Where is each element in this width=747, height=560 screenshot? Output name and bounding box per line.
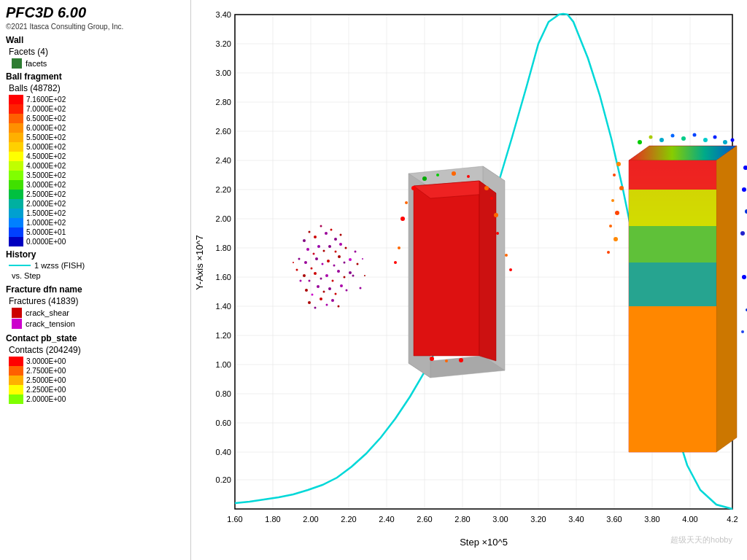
svg-point-157 bbox=[743, 166, 747, 170]
svg-point-172 bbox=[741, 330, 744, 333]
svg-point-134 bbox=[467, 175, 470, 178]
svg-point-96 bbox=[332, 280, 334, 282]
crack-tension-row: crack_tension bbox=[12, 319, 185, 329]
svg-point-132 bbox=[436, 174, 439, 176]
svg-marker-130 bbox=[479, 181, 496, 361]
vs-step-label: vs. Step bbox=[12, 271, 185, 280]
svg-point-88 bbox=[338, 255, 341, 258]
svg-point-114 bbox=[298, 258, 301, 260]
svg-text:3.60: 3.60 bbox=[606, 515, 622, 524]
history-line: 1 wzss (FISH) bbox=[9, 261, 185, 270]
crack-shear-row: crack_shear bbox=[12, 308, 185, 318]
svg-text:1.40: 1.40 bbox=[216, 302, 231, 311]
svg-text:0.20: 0.20 bbox=[216, 475, 231, 484]
svg-text:1.20: 1.20 bbox=[216, 331, 231, 340]
svg-point-145 bbox=[394, 261, 397, 264]
x-axis-label: Step ×10^5 bbox=[460, 537, 508, 548]
svg-point-141 bbox=[400, 217, 405, 221]
svg-point-137 bbox=[494, 213, 498, 217]
svg-point-82 bbox=[304, 261, 307, 264]
svg-point-186 bbox=[649, 136, 653, 139]
svg-point-66 bbox=[303, 239, 306, 242]
svg-text:2.20: 2.20 bbox=[341, 515, 356, 524]
svg-point-70 bbox=[325, 232, 328, 235]
svg-point-91 bbox=[303, 274, 306, 277]
history-header: History bbox=[6, 249, 185, 260]
history-line-icon bbox=[9, 262, 31, 269]
svg-text:2.00: 2.00 bbox=[303, 515, 318, 524]
svg-text:2.80: 2.80 bbox=[216, 98, 231, 106]
svg-point-94 bbox=[320, 278, 322, 280]
svg-point-188 bbox=[671, 134, 675, 138]
svg-point-69 bbox=[320, 225, 322, 228]
svg-marker-153 bbox=[629, 190, 716, 226]
svg-point-77 bbox=[323, 250, 325, 252]
svg-text:3.80: 3.80 bbox=[644, 515, 659, 524]
svg-point-107 bbox=[346, 289, 348, 292]
svg-point-71 bbox=[330, 229, 333, 231]
svg-point-110 bbox=[320, 298, 322, 300]
svg-point-197 bbox=[619, 186, 624, 190]
svg-point-167 bbox=[742, 275, 746, 279]
contact-color-scale: 3.0000E+002.7500E+002.5000E+002.2500E+00… bbox=[9, 357, 185, 404]
svg-marker-156 bbox=[629, 306, 716, 452]
svg-point-93 bbox=[314, 272, 317, 275]
fractures-subheader: Fractures (41839) bbox=[9, 296, 185, 306]
svg-point-196 bbox=[613, 174, 616, 176]
svg-point-76 bbox=[317, 245, 320, 248]
svg-point-112 bbox=[331, 299, 334, 302]
svg-text:4.2: 4.2 bbox=[727, 515, 738, 524]
svg-point-98 bbox=[344, 276, 346, 279]
svg-point-119 bbox=[352, 275, 355, 277]
svg-point-97 bbox=[337, 270, 340, 273]
svg-point-109 bbox=[314, 307, 317, 309]
balls-header: Balls (48782) bbox=[9, 83, 185, 93]
app-title: PFC3D 6.00 bbox=[6, 4, 185, 21]
svg-text:1.80: 1.80 bbox=[216, 244, 231, 252]
svg-point-199 bbox=[615, 211, 619, 215]
svg-point-116 bbox=[300, 280, 302, 282]
color-bar-labels: 7.1600E+027.0000E+026.5000E+026.0000E+02… bbox=[26, 95, 66, 246]
svg-point-100 bbox=[305, 289, 308, 292]
svg-text:4.00: 4.00 bbox=[682, 515, 697, 524]
history-item-label: 1 wzss (FISH) bbox=[34, 261, 85, 270]
svg-point-87 bbox=[333, 265, 336, 267]
svg-point-198 bbox=[611, 199, 614, 202]
svg-point-105 bbox=[335, 293, 337, 295]
svg-text:0.40: 0.40 bbox=[216, 448, 231, 456]
wall-header: Wall bbox=[6, 35, 185, 45]
crack-tension-label: crack_tension bbox=[26, 319, 75, 328]
crack-tension-color-box bbox=[12, 319, 22, 329]
svg-point-144 bbox=[398, 246, 400, 249]
svg-point-72 bbox=[334, 238, 337, 241]
svg-text:3.40: 3.40 bbox=[216, 10, 231, 19]
ball-fragment-header: Ball fragment bbox=[6, 71, 185, 82]
svg-text:2.60: 2.60 bbox=[417, 515, 432, 524]
crack-shear-color-box bbox=[12, 308, 22, 318]
svg-point-99 bbox=[349, 271, 352, 274]
svg-point-102 bbox=[317, 285, 320, 288]
right-3d-block bbox=[607, 133, 747, 453]
svg-point-83 bbox=[311, 268, 313, 270]
svg-marker-154 bbox=[629, 226, 716, 262]
svg-point-117 bbox=[355, 251, 357, 253]
svg-point-147 bbox=[445, 359, 448, 362]
svg-point-78 bbox=[328, 245, 331, 248]
watermark: 超级天天的hobby bbox=[670, 534, 732, 545]
svg-text:0.60: 0.60 bbox=[216, 419, 231, 427]
svg-text:3.40: 3.40 bbox=[568, 515, 584, 524]
svg-point-136 bbox=[490, 197, 493, 200]
svg-point-92 bbox=[309, 280, 311, 282]
svg-point-120 bbox=[362, 258, 363, 260]
contact-bar-segments bbox=[9, 357, 23, 404]
svg-point-163 bbox=[740, 231, 745, 236]
color-scale-bar: 7.1600E+027.0000E+026.5000E+026.0000E+02… bbox=[9, 95, 185, 246]
svg-point-73 bbox=[340, 234, 342, 236]
svg-point-123 bbox=[364, 275, 365, 276]
svg-point-146 bbox=[430, 357, 434, 361]
svg-point-202 bbox=[607, 251, 610, 254]
svg-point-108 bbox=[308, 301, 311, 304]
svg-point-121 bbox=[293, 262, 294, 263]
svg-text:2.00: 2.00 bbox=[216, 214, 231, 223]
right-panel: Y-Axis ×10^7 3.40 3.20 3.00 2.80 2.60 2.… bbox=[191, 0, 747, 560]
